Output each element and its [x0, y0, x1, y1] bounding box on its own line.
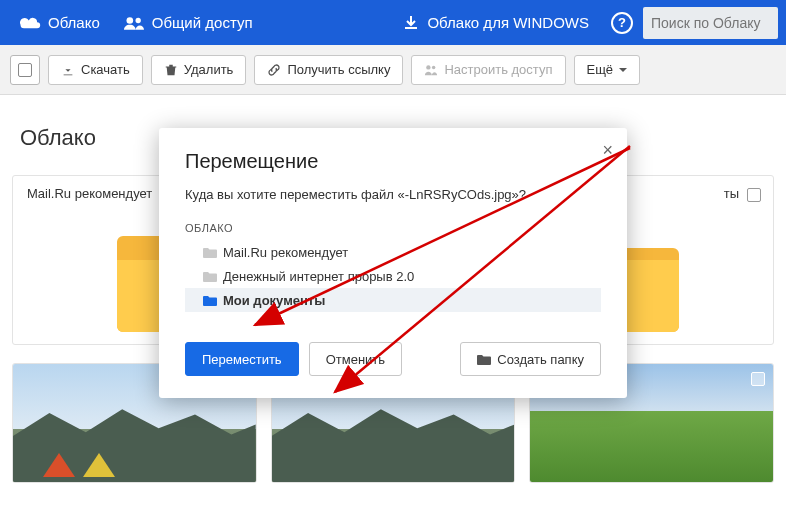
nav-cloud[interactable]: Облако	[8, 0, 112, 45]
folder-name-right[interactable]: ты	[724, 186, 739, 201]
select-all-checkbox[interactable]	[10, 55, 40, 85]
help-icon[interactable]: ?	[611, 12, 633, 34]
nav-windows-download[interactable]: Облако для WINDOWS	[391, 0, 601, 45]
move-button[interactable]: Переместить	[185, 342, 299, 376]
close-icon[interactable]: ×	[602, 140, 613, 161]
share-button[interactable]: Настроить доступ	[411, 55, 565, 85]
svg-point-0	[126, 17, 133, 24]
nav-cloud-label: Облако	[48, 14, 100, 31]
dialog-actions: Переместить Отменить Создать папку	[185, 342, 601, 376]
tree-item[interactable]: Денежный интернет прорыв 2.0	[185, 264, 601, 288]
get-link-button[interactable]: Получить ссылку	[254, 55, 403, 85]
app-header: Облако Общий доступ Облако для WINDOWS ?	[0, 0, 786, 45]
delete-label: Удалить	[184, 62, 234, 77]
cancel-button[interactable]: Отменить	[309, 342, 402, 376]
dialog-title: Перемещение	[185, 150, 601, 173]
svg-point-3	[432, 65, 436, 69]
photo-checkbox[interactable]	[751, 372, 765, 386]
more-label: Ещё	[587, 62, 614, 77]
create-folder-button[interactable]: Создать папку	[460, 342, 601, 376]
link-icon	[267, 63, 281, 77]
cloud-icon	[20, 16, 42, 30]
move-button-label: Переместить	[202, 352, 282, 367]
get-link-label: Получить ссылку	[287, 62, 390, 77]
chevron-down-icon	[619, 66, 627, 74]
toolbar: Скачать Удалить Получить ссылку Настроит…	[0, 45, 786, 95]
dialog-question: Куда вы хотите переместить файл «-LnRSRy…	[185, 187, 601, 202]
tree-item-label: Mail.Ru рекомендует	[223, 245, 348, 260]
trash-icon	[164, 63, 178, 77]
folder-checkbox[interactable]	[747, 188, 761, 202]
create-folder-label: Создать папку	[497, 352, 584, 367]
delete-button[interactable]: Удалить	[151, 55, 247, 85]
svg-point-1	[135, 17, 140, 22]
cancel-button-label: Отменить	[326, 352, 385, 367]
folder-name-left[interactable]: Mail.Ru рекомендует	[27, 186, 152, 201]
download-label: Скачать	[81, 62, 130, 77]
users-icon	[124, 16, 144, 30]
download-button[interactable]: Скачать	[48, 55, 143, 85]
folder-small-icon	[203, 247, 217, 258]
svg-point-2	[427, 65, 431, 69]
download-icon	[403, 15, 419, 31]
tree-root-label: ОБЛАКО	[185, 222, 601, 234]
nav-shared-label: Общий доступ	[152, 14, 253, 31]
share-users-icon	[424, 63, 438, 77]
folder-small-icon	[477, 354, 491, 365]
nav-shared[interactable]: Общий доступ	[112, 0, 265, 45]
share-label: Настроить доступ	[444, 62, 552, 77]
nav-windows-label: Облако для WINDOWS	[427, 14, 589, 31]
more-button[interactable]: Ещё	[574, 55, 641, 85]
tree-item-label: Денежный интернет прорыв 2.0	[223, 269, 414, 284]
tree-item[interactable]: Mail.Ru рекомендует	[185, 240, 601, 264]
move-dialog: × Перемещение Куда вы хотите переместить…	[159, 128, 627, 398]
tree-item-selected[interactable]: Мои документы	[185, 288, 601, 312]
download-small-icon	[61, 63, 75, 77]
folder-small-icon	[203, 271, 217, 282]
search-input[interactable]	[643, 7, 778, 39]
tree-item-label: Мои документы	[223, 293, 325, 308]
folder-tree: Mail.Ru рекомендует Денежный интернет пр…	[185, 240, 601, 312]
folder-small-icon	[203, 295, 217, 306]
